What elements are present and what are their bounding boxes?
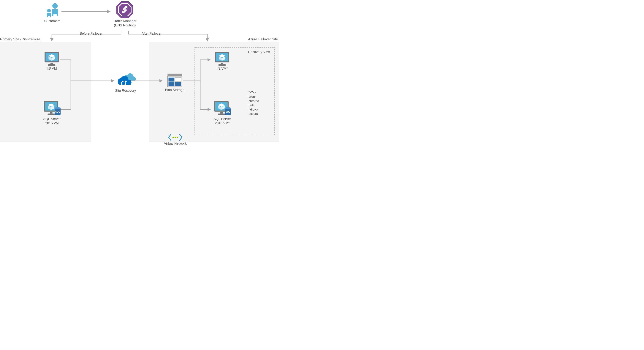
sql-vm-icon: SQL [213,100,231,117]
svg-point-40 [176,137,178,138]
svg-point-57 [225,113,231,115]
svg-point-29 [55,107,60,109]
after-failover-label: After Failover [142,31,162,36]
sql-vm-star-node: SQL SQL Server 2016 VM* [210,100,234,126]
vm-icon [44,51,60,66]
note-l6: occurs [248,112,271,116]
svg-rect-37 [175,82,181,86]
svg-rect-15 [48,64,56,66]
recovery-vms-title: Recovery VMs [248,50,270,54]
virtual-network-label: Virtual Network [164,141,187,146]
users-icon [44,2,61,19]
customers-label: Customers [44,19,60,23]
azure-failover-title: Azure Failover Site [248,37,278,41]
sql-vm-star-label-2: 2016 VM* [215,121,230,125]
svg-rect-5 [53,14,57,17]
note-l3: created [248,99,271,103]
sql-vm-star-label-1: SQL Server [214,117,231,121]
iis-vm-label: IIS VM [47,66,57,71]
iis-vm-node: IIS VM [40,51,63,71]
note-l4: until [248,103,271,108]
site-recovery-label: Site Recovery [115,89,136,93]
traffic-manager-icon [116,0,134,19]
note-l2: aren't [248,95,271,99]
cloud-recovery-icon [114,73,137,89]
svg-rect-50 [220,112,223,114]
traffic-manager-label-1: Traffic Manager [113,19,136,23]
sql-vm-label-1: SQL Server [43,117,60,121]
traffic-manager-label-2: (DNS Routing) [114,23,136,27]
virtual-network-icon [168,133,182,141]
svg-rect-44 [218,64,226,66]
svg-rect-22 [48,114,54,115]
svg-rect-21 [50,112,52,114]
svg-text:SQL: SQL [226,111,230,113]
svg-point-3 [52,3,58,8]
svg-rect-8 [48,16,50,18]
svg-point-58 [225,107,231,109]
sql-vm-icon: SQL [43,100,61,117]
blob-storage-node: Blob Storage [163,73,187,92]
customers-node: Customers [38,2,66,23]
sql-vm-label-2: 2016 VM [45,121,59,125]
primary-site-title: Primary Site (On-Premise) [0,37,42,41]
svg-point-39 [174,137,176,138]
svg-point-28 [55,113,60,115]
svg-rect-35 [175,78,181,81]
blob-storage-icon [166,73,183,88]
svg-point-38 [172,137,174,138]
svg-rect-34 [168,78,174,81]
svg-rect-43 [221,63,223,64]
site-recovery-node: Site Recovery [112,73,138,93]
svg-marker-11 [119,4,131,16]
sql-vm-node: SQL SQL Server 2016 VM [40,100,64,126]
virtual-network-node: Virtual Network [161,133,189,146]
iis-vm-star-label: IIS VM* [216,66,228,71]
footnote: *VMs aren't created until failover occur… [248,90,271,116]
note-l5: failover [248,108,271,112]
traffic-manager-node: Traffic Manager (DNS Routing) [109,0,141,28]
svg-rect-36 [168,82,174,86]
svg-rect-32 [168,74,182,76]
svg-text:SQL: SQL [55,111,60,113]
svg-point-6 [47,9,51,12]
svg-rect-51 [218,114,225,115]
iis-vm-star-node: IIS VM* [211,51,233,71]
blob-storage-label: Blob Storage [165,88,184,92]
note-l1: *VMs [248,90,271,95]
vm-icon [214,51,230,66]
svg-rect-14 [50,63,53,64]
before-failover-label: Before Failover [80,31,102,36]
